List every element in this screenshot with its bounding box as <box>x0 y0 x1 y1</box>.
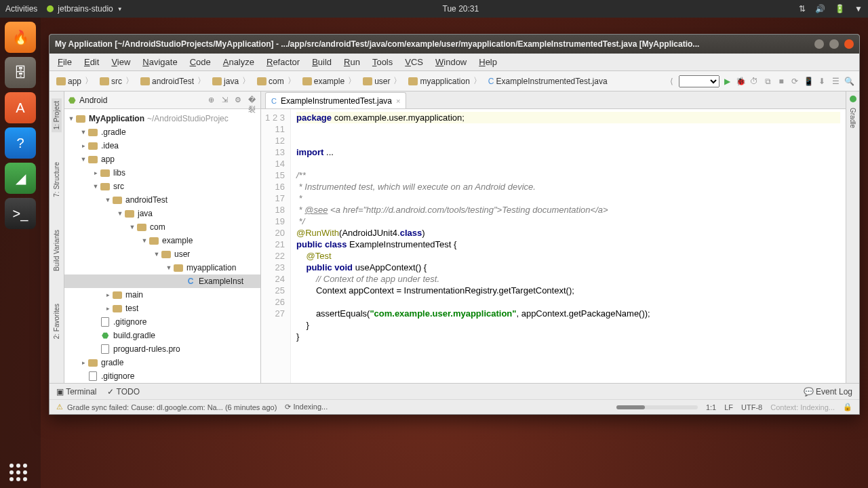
tree-node-androidTest[interactable]: ▼androidTest <box>64 193 260 207</box>
tree-node-.gradle[interactable]: ▼.gradle <box>64 125 260 139</box>
breadcrumb-androidTest[interactable]: androidTest〉 <box>138 75 210 87</box>
tree-node-test[interactable]: ▸test <box>64 302 260 315</box>
status-encoding[interactable]: UTF-8 <box>741 403 762 411</box>
volume-icon[interactable]: 🔊 <box>815 4 825 14</box>
tool-gradle-tab[interactable]: Gradle <box>848 105 858 131</box>
tool-eventlog-tab[interactable]: 💬 Event Log <box>804 387 852 396</box>
breadcrumb-ExampleInstrumentedTest.java[interactable]: C ExampleInstrumentedTest.java <box>486 77 610 86</box>
chevron-down-icon: ▼ <box>117 6 123 12</box>
window-close[interactable] <box>844 39 854 49</box>
tree-node-libs[interactable]: ▸libs <box>64 166 260 180</box>
clock[interactable]: Tue 20:31 <box>443 4 479 14</box>
status-message[interactable]: ⚠ Gradle sync failed: Cause: dl.google.c… <box>56 403 277 411</box>
menu-refactor[interactable]: Refactor <box>267 57 300 67</box>
panel-collapse-icon[interactable]: ⇲ <box>220 96 229 105</box>
menu-vcs[interactable]: VCS <box>405 57 423 67</box>
sync-icon[interactable]: ⟳ <box>789 75 801 87</box>
tree-node-example[interactable]: ▼example <box>64 234 260 247</box>
nav-prev-icon[interactable]: ⟨ <box>665 75 677 87</box>
tool-structure-tab[interactable]: 7: Structure <box>52 159 62 200</box>
close-icon[interactable]: × <box>396 97 400 105</box>
launcher-show-apps[interactable] <box>9 464 27 481</box>
panel-gear-icon[interactable]: ⚙ <box>233 96 243 105</box>
tree-node-build.gradle[interactable]: ⬣build.gradle <box>64 329 260 342</box>
menu-edit[interactable]: Edit <box>84 57 99 67</box>
tree-node-com[interactable]: ▼com <box>64 220 260 234</box>
tool-project-tab[interactable]: 1: Project <box>52 98 62 132</box>
breadcrumb-app[interactable]: app〉 <box>54 75 97 87</box>
stop-icon[interactable]: ■ <box>775 75 787 87</box>
tree-node-.idea[interactable]: ▸.idea <box>64 139 260 152</box>
window-minimize[interactable] <box>814 39 824 49</box>
network-icon[interactable]: ⇅ <box>799 4 806 14</box>
tree-node-src[interactable]: ▼src <box>64 180 260 193</box>
menu-tools[interactable]: Tools <box>372 57 393 67</box>
project-panel: ⬣ Android ⊕ ⇲ ⚙ �裂 ▼MyApplication~/Andro… <box>64 92 261 383</box>
tool-favorites-tab[interactable]: 2: Favorites <box>52 301 62 342</box>
menu-run[interactable]: Run <box>344 57 360 67</box>
status-lock-icon[interactable]: 🔒 <box>843 403 852 411</box>
tree-node-gradle[interactable]: ▸gradle <box>64 356 260 369</box>
project-view-selector[interactable]: Android <box>79 96 107 105</box>
project-tree[interactable]: ▼MyApplication~/AndroidStudioProjec▼.gra… <box>64 109 260 383</box>
tree-node-user[interactable]: ▼user <box>64 247 260 261</box>
run-icon[interactable]: ▶ <box>721 75 733 87</box>
menu-help[interactable]: Help <box>479 57 497 67</box>
progress-bar[interactable] <box>616 405 698 409</box>
breadcrumb-myapplication[interactable]: myapplication〉 <box>406 75 485 87</box>
breadcrumb-user[interactable]: user〉 <box>360 75 406 87</box>
debug-icon[interactable]: 🐞 <box>734 75 747 87</box>
panel-target-icon[interactable]: ⊕ <box>206 96 216 105</box>
tree-node-.gitignore[interactable]: .gitignore <box>64 315 260 329</box>
search-icon[interactable]: 🔍 <box>843 75 855 87</box>
panel-hide-icon[interactable]: �裂 <box>247 96 256 105</box>
menu-file[interactable]: File <box>58 57 72 67</box>
launcher-software[interactable]: A <box>5 92 36 123</box>
launcher-android-studio[interactable]: ◢ <box>5 163 36 194</box>
activities-button[interactable]: Activities <box>5 4 37 14</box>
launcher-help[interactable]: ? <box>5 127 36 159</box>
tree-node-java[interactable]: ▼java <box>64 207 260 220</box>
tool-terminal-tab[interactable]: ▣ Terminal <box>56 387 96 396</box>
launcher-files[interactable]: 🗄 <box>5 57 36 88</box>
code-editor[interactable]: package com.example.user.myapplication; … <box>291 109 846 383</box>
tree-node-myapplication[interactable]: ▼myapplication <box>64 261 260 274</box>
sdk-icon[interactable]: ⬇ <box>816 75 828 87</box>
run-config-select[interactable] <box>679 75 719 87</box>
tree-node-proguard-rules.pro[interactable]: proguard-rules.pro <box>64 342 260 356</box>
launcher-firefox[interactable]: 🔥 <box>5 22 36 53</box>
tree-node-ExampleInst[interactable]: CExampleInst <box>64 274 260 288</box>
folder-icon <box>212 77 222 85</box>
structure-icon[interactable]: ☰ <box>829 75 842 87</box>
titlebar[interactable]: My Application [~/AndroidStudioProjects/… <box>50 35 859 54</box>
tool-todo-tab[interactable]: ✓ TODO <box>107 387 140 396</box>
system-menu-chevron[interactable]: ▼ <box>854 4 863 14</box>
menu-build[interactable]: Build <box>312 57 332 67</box>
menu-analyze[interactable]: Analyze <box>223 57 254 67</box>
status-caret-pos[interactable]: 1:1 <box>706 403 716 411</box>
tree-node-app[interactable]: ▼app <box>64 152 260 166</box>
menu-navigate[interactable]: Navigate <box>142 57 177 67</box>
launcher-terminal[interactable]: >_ <box>5 198 36 229</box>
tree-node-.gitignore[interactable]: .gitignore <box>64 369 260 383</box>
attach-icon[interactable]: ⧉ <box>762 75 774 87</box>
tree-root[interactable]: ▼MyApplication~/AndroidStudioProjec <box>64 112 260 125</box>
menu-code[interactable]: Code <box>190 57 211 67</box>
window-maximize[interactable] <box>829 39 839 49</box>
line-gutter[interactable]: 1 2 3 11 12 13 14 15 16 17 18 19 20 21 2… <box>261 109 291 383</box>
breadcrumb-example[interactable]: example〉 <box>300 75 360 87</box>
android-icon: ⬣ <box>68 96 75 105</box>
menu-window[interactable]: Window <box>435 57 467 67</box>
tool-build-variants-tab[interactable]: Build Variants <box>52 227 62 274</box>
app-menu[interactable]: jetbrains-studio ▼ <box>47 4 122 14</box>
battery-icon[interactable]: 🔋 <box>835 4 845 14</box>
editor-tab[interactable]: C ExampleInstrumentedTest.java × <box>265 92 406 108</box>
menu-view[interactable]: View <box>111 57 130 67</box>
status-line-sep[interactable]: LF <box>724 403 733 411</box>
profile-icon[interactable]: ⏱ <box>748 75 760 87</box>
breadcrumb-src[interactable]: src〉 <box>97 75 138 87</box>
avd-icon[interactable]: 📱 <box>802 75 814 87</box>
breadcrumb-com[interactable]: com〉 <box>254 75 300 87</box>
breadcrumb-java[interactable]: java〉 <box>210 75 254 87</box>
tree-node-main[interactable]: ▸main <box>64 288 260 302</box>
